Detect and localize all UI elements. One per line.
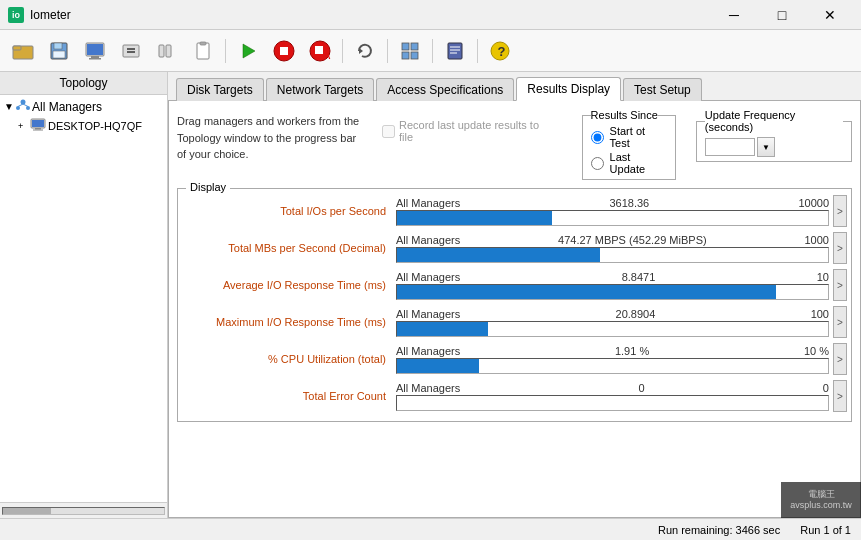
svg-rect-14 bbox=[197, 43, 209, 59]
save-button[interactable] bbox=[42, 36, 76, 66]
tree-item-all-managers[interactable]: ▼ All Managers bbox=[2, 97, 165, 116]
metric-arrow-2[interactable]: > bbox=[833, 269, 847, 301]
metric-bar-fill-2 bbox=[397, 285, 776, 299]
results-since-options: Start ot Test Last Update bbox=[591, 125, 667, 175]
svg-point-33 bbox=[21, 100, 26, 105]
svg-rect-18 bbox=[280, 47, 288, 55]
metric-arrow-1[interactable]: > bbox=[833, 232, 847, 264]
minimize-button[interactable]: ─ bbox=[711, 0, 757, 30]
metric-arrow-5[interactable]: > bbox=[833, 380, 847, 412]
clipboard-button[interactable] bbox=[186, 36, 220, 66]
metric-value-0: 3618.36 bbox=[609, 197, 649, 209]
sidebar-tree: ▼ All Managers + DESKTOP-HQ7QF bbox=[0, 95, 167, 502]
metric-bar-area-5: All Managers00 bbox=[396, 382, 829, 411]
display-section-label: Display bbox=[186, 181, 230, 193]
radio-last-update-label: Last Update bbox=[610, 151, 667, 175]
svg-rect-9 bbox=[123, 45, 139, 57]
desktop-label: DESKTOP-HQ7QF bbox=[48, 120, 142, 132]
book-button[interactable] bbox=[438, 36, 472, 66]
run-number: Run 1 of 1 bbox=[800, 524, 851, 536]
tab-disk-targets[interactable]: Disk Targets bbox=[176, 78, 264, 101]
metric-arrow-3[interactable]: > bbox=[833, 306, 847, 338]
metric-bar-container-1 bbox=[396, 247, 829, 263]
radio-last-update[interactable]: Last Update bbox=[591, 151, 667, 175]
results-since-fieldset: Results Since Start ot Test Last Update bbox=[582, 109, 676, 180]
play-button[interactable] bbox=[231, 36, 265, 66]
results-since-legend: Results Since bbox=[591, 109, 658, 121]
svg-text:ALL: ALL bbox=[324, 51, 331, 61]
metric-max-0: 10000 bbox=[798, 197, 829, 209]
stop-button[interactable] bbox=[267, 36, 301, 66]
svg-marker-16 bbox=[243, 44, 255, 58]
tab-access-specifications[interactable]: Access Specifications bbox=[376, 78, 514, 101]
svg-marker-22 bbox=[359, 48, 363, 54]
metric-manager-5: All Managers bbox=[396, 382, 460, 394]
metric-bar-container-4 bbox=[396, 358, 829, 374]
metric-arrow-4[interactable]: > bbox=[833, 343, 847, 375]
close-button[interactable]: ✕ bbox=[807, 0, 853, 30]
metric-bar-area-3: All Managers20.8904100 bbox=[396, 308, 829, 337]
radio-start-of-test[interactable]: Start ot Test bbox=[591, 125, 667, 149]
watermark: 電腦王avsplus.com.tw bbox=[781, 482, 861, 518]
tab-bar: Disk Targets Network Targets Access Spec… bbox=[168, 72, 861, 101]
workers-button[interactable] bbox=[114, 36, 148, 66]
tab-test-setup[interactable]: Test Setup bbox=[623, 78, 702, 101]
metric-value-4: 1.91 % bbox=[615, 345, 649, 357]
record-checkbox[interactable] bbox=[382, 125, 395, 138]
sidebar-scrollbar[interactable] bbox=[0, 502, 167, 518]
titlebar: io Iometer ─ □ ✕ bbox=[0, 0, 861, 30]
tree-item-desktop[interactable]: + DESKTOP-HQ7QF bbox=[2, 116, 165, 136]
metric-bar-container-5 bbox=[396, 395, 829, 411]
open-button[interactable] bbox=[6, 36, 40, 66]
record-checkbox-area: Record last update results to file bbox=[382, 109, 552, 143]
display-section: Display Total I/Os per SecondAll Manager… bbox=[177, 188, 852, 422]
tree-expand-desktop-icon[interactable]: + bbox=[18, 121, 28, 131]
svg-line-36 bbox=[18, 104, 23, 107]
metric-bar-fill-3 bbox=[397, 322, 488, 336]
scroll-track[interactable] bbox=[2, 507, 165, 515]
all-managers-label: All Managers bbox=[32, 100, 102, 114]
toolbar: ALL ? bbox=[0, 30, 861, 72]
help-button[interactable]: ? bbox=[483, 36, 517, 66]
metric-row-3: Maximum I/O Response Time (ms)All Manage… bbox=[182, 306, 847, 338]
tab-network-targets[interactable]: Network Targets bbox=[266, 78, 374, 101]
metric-info-0: All Managers3618.3610000 bbox=[396, 197, 829, 209]
toolbar-separator-5 bbox=[477, 39, 478, 63]
metric-arrow-0[interactable]: > bbox=[833, 195, 847, 227]
svg-line-37 bbox=[23, 104, 28, 107]
metric-bar-container-0 bbox=[396, 210, 829, 226]
computer-icon bbox=[30, 118, 46, 134]
sidebar-header: Topology bbox=[0, 72, 167, 95]
svg-rect-6 bbox=[87, 44, 103, 55]
tree-expand-icon[interactable]: ▼ bbox=[4, 101, 14, 112]
metric-manager-1: All Managers bbox=[396, 234, 460, 246]
network-icon bbox=[16, 99, 30, 114]
config-button[interactable] bbox=[150, 36, 184, 66]
svg-rect-27 bbox=[448, 43, 462, 59]
svg-text:?: ? bbox=[498, 44, 506, 59]
main-content: Topology ▼ All Managers + DESKTOP-HQ7QF bbox=[0, 72, 861, 518]
metric-manager-4: All Managers bbox=[396, 345, 460, 357]
monitor-button[interactable] bbox=[78, 36, 112, 66]
metric-manager-0: All Managers bbox=[396, 197, 460, 209]
reset-button[interactable] bbox=[348, 36, 382, 66]
frequency-dropdown-arrow[interactable]: ▼ bbox=[757, 137, 775, 157]
frequency-input[interactable]: 1 bbox=[705, 138, 755, 156]
stop-all-button[interactable]: ALL bbox=[303, 36, 337, 66]
metric-bar-container-3 bbox=[396, 321, 829, 337]
svg-rect-8 bbox=[89, 58, 101, 60]
svg-rect-25 bbox=[402, 52, 409, 59]
grid-button[interactable] bbox=[393, 36, 427, 66]
svg-rect-23 bbox=[402, 43, 409, 50]
toolbar-separator-4 bbox=[432, 39, 433, 63]
svg-rect-1 bbox=[13, 46, 21, 50]
metric-bar-fill-4 bbox=[397, 359, 479, 373]
tab-results-display[interactable]: Results Display bbox=[516, 77, 621, 101]
radio-start-label: Start ot Test bbox=[610, 125, 667, 149]
scroll-thumb[interactable] bbox=[3, 508, 51, 514]
update-frequency-fieldset: Update Frequency (seconds) 1 ▼ bbox=[696, 109, 852, 162]
app-icon: io bbox=[8, 7, 24, 23]
maximize-button[interactable]: □ bbox=[759, 0, 805, 30]
top-controls: Drag managers and workers from the Topol… bbox=[177, 109, 852, 180]
metric-manager-3: All Managers bbox=[396, 308, 460, 320]
